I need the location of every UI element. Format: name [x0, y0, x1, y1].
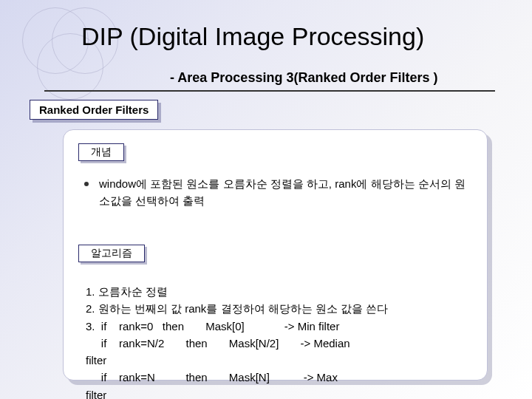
title-underline [44, 90, 495, 92]
algorithm-lines: 1. 오름차순 정렬 2. 원하는 번째의 값 rank를 결정하여 해당하는 … [86, 283, 472, 399]
concept-text: window에 포함된 원소를 오름차순 정렬을 하고, rank에 해당하는 … [99, 176, 472, 209]
concept-row: window에 포함된 원소를 오름차순 정렬을 하고, rank에 해당하는 … [84, 176, 472, 209]
page-title: DIP (Digital Image Processing) [81, 22, 424, 51]
section-tag-main: Ranked Order Filters [30, 100, 158, 120]
algorithm-block: 알고리즘 1. 오름차순 정렬 2. 원하는 번째의 값 rank를 결정하여 … [78, 245, 472, 399]
algorithm-label: 알고리즘 [78, 245, 145, 262]
page-subtitle: - Area Processing 3(Ranked Order Filters… [170, 70, 437, 86]
bullet-icon [84, 182, 89, 186]
concept-label: 개념 [78, 143, 124, 161]
content-panel: 개념 window에 포함된 원소를 오름차순 정렬을 하고, rank에 해당… [63, 129, 488, 381]
